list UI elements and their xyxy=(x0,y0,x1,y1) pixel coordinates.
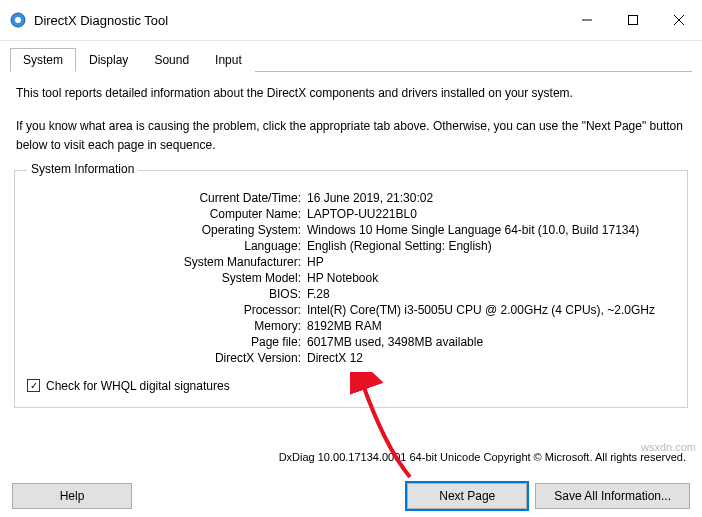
svg-point-1 xyxy=(15,17,21,23)
watermark: wsxdn.com xyxy=(641,441,696,453)
memory-value: 8192MB RAM xyxy=(307,319,675,333)
processor-label: Processor: xyxy=(27,303,307,317)
button-row: Help Next Page Save All Information... xyxy=(0,483,702,509)
manufacturer-label: System Manufacturer: xyxy=(27,255,307,269)
checkmark-icon: ✓ xyxy=(27,379,40,392)
directx-value: DirectX 12 xyxy=(307,351,675,365)
desc-line1: This tool reports detailed information a… xyxy=(16,84,686,103)
tab-sound[interactable]: Sound xyxy=(141,48,202,72)
description: This tool reports detailed information a… xyxy=(10,72,692,156)
computer-label: Computer Name: xyxy=(27,207,307,221)
bios-label: BIOS: xyxy=(27,287,307,301)
model-value: HP Notebook xyxy=(307,271,675,285)
pagefile-value: 6017MB used, 3498MB available xyxy=(307,335,675,349)
processor-value: Intel(R) Core(TM) i3-5005U CPU @ 2.00GHz… xyxy=(307,303,675,317)
next-page-button[interactable]: Next Page xyxy=(407,483,527,509)
status-line: DxDiag 10.00.17134.0001 64-bit Unicode C… xyxy=(279,445,696,469)
tab-strip: System Display Sound Input xyxy=(10,47,692,72)
minimize-button[interactable] xyxy=(564,6,610,34)
model-label: System Model: xyxy=(27,271,307,285)
date-value: 16 June 2019, 21:30:02 xyxy=(307,191,675,205)
tab-system[interactable]: System xyxy=(10,48,76,72)
bios-value: F.28 xyxy=(307,287,675,301)
window-title: DirectX Diagnostic Tool xyxy=(34,13,168,28)
system-information-group: System Information Current Date/Time: 16… xyxy=(14,170,688,408)
tab-display[interactable]: Display xyxy=(76,48,141,72)
manufacturer-value: HP xyxy=(307,255,675,269)
os-label: Operating System: xyxy=(27,223,307,237)
desc-line2: If you know what area is causing the pro… xyxy=(16,117,686,155)
pagefile-label: Page file: xyxy=(27,335,307,349)
help-button[interactable]: Help xyxy=(12,483,132,509)
save-all-button[interactable]: Save All Information... xyxy=(535,483,690,509)
title-bar: DirectX Diagnostic Tool xyxy=(0,0,702,41)
app-icon xyxy=(10,12,26,28)
svg-rect-3 xyxy=(629,16,638,25)
whql-label: Check for WHQL digital signatures xyxy=(46,379,230,393)
directx-label: DirectX Version: xyxy=(27,351,307,365)
group-title: System Information xyxy=(27,162,138,176)
maximize-button[interactable] xyxy=(610,6,656,34)
os-value: Windows 10 Home Single Language 64-bit (… xyxy=(307,223,675,237)
computer-value: LAPTOP-UU221BL0 xyxy=(307,207,675,221)
whql-checkbox-row[interactable]: ✓ Check for WHQL digital signatures xyxy=(27,379,675,393)
language-value: English (Regional Setting: English) xyxy=(307,239,675,253)
memory-label: Memory: xyxy=(27,319,307,333)
date-label: Current Date/Time: xyxy=(27,191,307,205)
language-label: Language: xyxy=(27,239,307,253)
tab-input[interactable]: Input xyxy=(202,48,255,72)
close-button[interactable] xyxy=(656,6,702,34)
